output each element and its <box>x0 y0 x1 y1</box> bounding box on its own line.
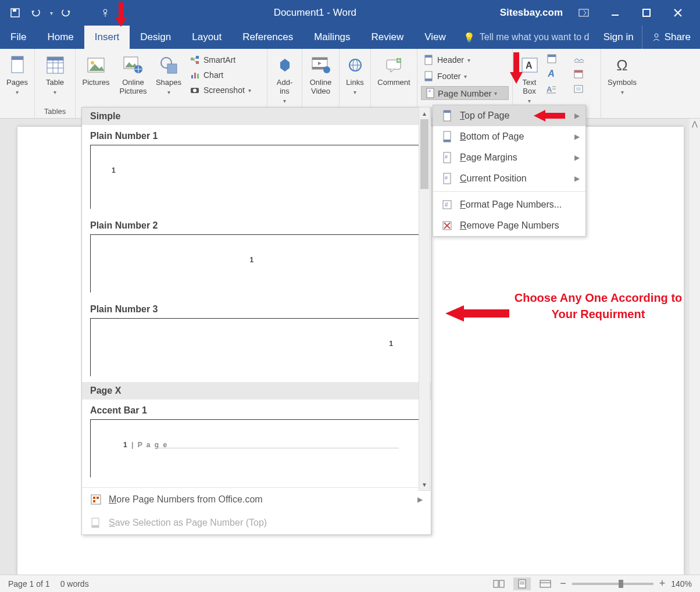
save-icon[interactable] <box>8 6 22 20</box>
read-mode-icon[interactable] <box>490 577 508 590</box>
maximize-icon[interactable] <box>636 2 657 23</box>
gallery-more-from-office[interactable]: More Page Numbers from Office.com ▶ <box>82 488 431 511</box>
vertical-scrollbar[interactable]: ⋀ <box>690 119 700 575</box>
minimize-icon[interactable] <box>605 2 626 23</box>
chart-button[interactable]: Chart <box>187 69 263 81</box>
close-icon[interactable] <box>667 2 688 23</box>
collapse-ribbon-icon[interactable]: ⋀ <box>690 119 700 129</box>
tab-layout[interactable]: Layout <box>181 26 232 49</box>
menu-bottom-of-page[interactable]: Bottom of Page ▶ <box>433 126 585 147</box>
scroll-down-icon[interactable]: ▼ <box>419 479 430 490</box>
pages-icon <box>7 55 28 76</box>
addins-label: Add-ins <box>272 78 297 95</box>
scroll-up-icon[interactable]: ▲ <box>419 108 430 119</box>
header-button[interactable]: Header ▾ <box>421 54 509 66</box>
svg-rect-24 <box>196 56 199 59</box>
shapes-button[interactable]: Shapes▾ <box>153 52 184 98</box>
menu-format-page-numbers[interactable]: # Format Page Numbers... <box>433 194 585 215</box>
gallery-item-plain3[interactable]: 1 <box>90 318 423 376</box>
gallery-item-plain2[interactable]: 1 <box>90 234 423 293</box>
tab-mailings[interactable]: Mailings <box>303 26 360 49</box>
svg-rect-34 <box>312 58 327 60</box>
redo-icon[interactable] <box>60 6 74 20</box>
tell-me-box[interactable]: 💡 Tell me what you want to d <box>456 26 595 49</box>
gallery-item-plain1-title: Plain Number 1 <box>82 125 431 145</box>
format-page-numbers-icon: # <box>441 199 453 211</box>
share-label: Share <box>665 31 691 43</box>
web-layout-icon[interactable] <box>537 577 554 590</box>
screenshot-icon <box>190 85 200 95</box>
drop-cap-icon[interactable]: A <box>546 84 556 94</box>
save-selection-icon <box>90 517 102 529</box>
tab-home[interactable]: Home <box>37 26 84 49</box>
menu-margins-label: Page Margins <box>460 152 517 163</box>
page-number-menu: TTop of Pageop of Page ▶ Bottom of Page … <box>433 105 586 237</box>
menu-current-position[interactable]: # Current Position ▶ <box>433 168 585 189</box>
symbols-button[interactable]: Ω Symbols▾ <box>605 52 640 98</box>
gallery-scrollbar[interactable]: ▲ ▼ <box>419 107 430 491</box>
tab-insert[interactable]: Insert <box>84 26 130 49</box>
footer-label: Footer <box>437 72 460 81</box>
status-word-count[interactable]: 0 words <box>60 579 89 589</box>
sign-in-link[interactable]: Sign in <box>595 26 642 49</box>
page-number-button[interactable]: #Page Number ▾ <box>421 86 509 100</box>
comment-label: Comment <box>377 78 410 87</box>
svg-rect-80 <box>499 580 504 587</box>
tab-view[interactable]: View <box>414 26 456 49</box>
menu-remove-page-numbers[interactable]: Remove Page Numbers <box>433 215 585 236</box>
quick-parts-icon[interactable] <box>546 54 556 64</box>
svg-point-32 <box>193 89 197 92</box>
svg-text:A: A <box>547 85 552 94</box>
svg-rect-84 <box>540 580 551 587</box>
scroll-thumb[interactable] <box>420 119 428 189</box>
online-pictures-button[interactable]: Online Pictures <box>116 52 150 98</box>
gallery-section-pagex: Page X <box>82 382 431 400</box>
tab-references[interactable]: References <box>232 26 303 49</box>
addins-button[interactable]: Add-ins▾ <box>271 52 298 106</box>
symbols-icon: Ω <box>612 55 633 76</box>
gallery-item-accent1[interactable]: 1 | P a g e <box>90 419 423 477</box>
tab-review[interactable]: Review <box>361 26 415 49</box>
smartart-button[interactable]: SmartArt <box>187 54 263 66</box>
wordart-icon[interactable]: A <box>546 69 556 79</box>
ribbon-display-icon[interactable] <box>573 2 594 23</box>
pages-button[interactable]: Pages▾ <box>3 52 31 98</box>
footer-button[interactable]: Footer ▾ <box>421 70 509 83</box>
svg-rect-47 <box>425 79 432 81</box>
online-video-icon <box>310 55 331 76</box>
signature-line-icon[interactable] <box>573 54 584 64</box>
touch-mode-icon[interactable] <box>98 6 112 20</box>
status-page-count[interactable]: Page 1 of 1 <box>8 579 50 589</box>
screenshot-button[interactable]: Screenshot ▾ <box>187 84 263 97</box>
links-button[interactable]: Links▾ <box>343 52 367 98</box>
tab-file[interactable]: File <box>0 26 37 49</box>
gallery-item-plain1[interactable]: 1 <box>90 145 423 209</box>
share-button[interactable]: Share <box>642 26 700 49</box>
table-button[interactable]: Table▾ <box>38 52 72 98</box>
comment-button[interactable]: Comment <box>374 52 413 89</box>
zoom-level[interactable]: 140% <box>671 579 692 589</box>
pictures-label: Pictures <box>83 78 110 87</box>
top-of-page-icon <box>441 110 453 122</box>
undo-dropdown-icon[interactable]: ▾ <box>50 10 53 16</box>
date-time-icon[interactable] <box>573 69 584 79</box>
undo-icon[interactable] <box>29 6 43 20</box>
tab-design[interactable]: Design <box>130 26 181 49</box>
menu-page-margins[interactable]: # Page Margins ▶ <box>433 147 585 168</box>
svg-rect-60 <box>574 70 583 73</box>
table-label: Table <box>46 78 64 87</box>
zoom-thumb[interactable] <box>619 580 623 588</box>
zoom-slider[interactable] <box>572 583 653 585</box>
svg-rect-62 <box>576 87 581 91</box>
shapes-icon <box>158 55 179 76</box>
zoom-out-button[interactable]: − <box>560 577 566 590</box>
zoom-in-button[interactable]: + <box>659 577 666 590</box>
object-icon[interactable] <box>573 84 584 94</box>
online-video-button[interactable]: Online Video <box>306 52 335 98</box>
print-layout-icon[interactable] <box>513 577 531 590</box>
annotation-arrow-choose <box>445 305 509 322</box>
pictures-button[interactable]: Pictures <box>79 52 113 89</box>
pictures-icon <box>85 55 106 76</box>
status-bar: Page 1 of 1 0 words − + 140% <box>0 575 700 592</box>
share-icon <box>652 33 661 42</box>
